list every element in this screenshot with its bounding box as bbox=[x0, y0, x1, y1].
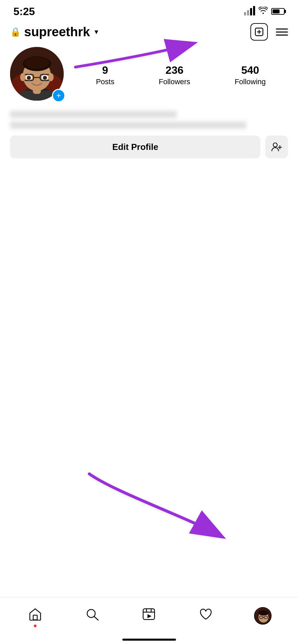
bio-line-2 bbox=[10, 121, 246, 129]
avatar-wrapper: + bbox=[10, 47, 67, 104]
battery-icon bbox=[271, 8, 285, 15]
svg-point-37 bbox=[258, 610, 269, 615]
new-post-button[interactable] bbox=[250, 23, 268, 41]
annotation-arrow-bottom bbox=[57, 463, 231, 543]
posts-stat[interactable]: 9 Posts bbox=[96, 65, 114, 86]
header-left: 🔒 supreethrk ▾ bbox=[10, 25, 98, 39]
chevron-down-icon[interactable]: ▾ bbox=[95, 28, 98, 36]
bottom-nav bbox=[0, 597, 298, 644]
followers-stat[interactable]: 236 Followers bbox=[159, 65, 190, 86]
menu-button[interactable] bbox=[276, 29, 288, 36]
search-icon bbox=[85, 608, 99, 624]
home-notification-dot bbox=[34, 625, 37, 627]
svg-point-19 bbox=[27, 76, 31, 80]
home-icon bbox=[28, 608, 42, 624]
followers-count: 236 bbox=[166, 65, 183, 75]
bio-line-1 bbox=[10, 111, 177, 118]
status-icons bbox=[244, 7, 285, 16]
nav-activity[interactable] bbox=[192, 606, 219, 626]
menu-line bbox=[276, 35, 288, 36]
action-buttons: Edit Profile bbox=[10, 136, 288, 158]
stats-container: 9 Posts 236 Followers 540 Following bbox=[67, 65, 288, 86]
signal-icon bbox=[244, 7, 255, 15]
posts-count: 9 bbox=[102, 65, 108, 75]
posts-label: Posts bbox=[96, 77, 114, 86]
svg-rect-29 bbox=[143, 609, 155, 620]
menu-line bbox=[276, 29, 288, 30]
svg-point-20 bbox=[43, 76, 47, 80]
status-time: 5:25 bbox=[13, 5, 35, 18]
profile-top: + 9 Posts 236 Followers 540 Following bbox=[10, 47, 288, 104]
add-story-button[interactable]: + bbox=[52, 89, 65, 102]
svg-point-11 bbox=[24, 57, 50, 69]
reels-icon bbox=[142, 608, 156, 624]
following-stat[interactable]: 540 Following bbox=[235, 65, 266, 86]
following-label: Following bbox=[235, 77, 266, 86]
svg-marker-33 bbox=[147, 614, 152, 618]
nav-reels[interactable] bbox=[135, 606, 162, 626]
add-friend-button[interactable] bbox=[265, 136, 288, 158]
edit-profile-button[interactable]: Edit Profile bbox=[10, 136, 260, 158]
svg-rect-26 bbox=[33, 615, 37, 620]
heart-icon bbox=[199, 608, 213, 624]
header-right bbox=[250, 23, 288, 41]
header: 🔒 supreethrk ▾ bbox=[0, 20, 298, 44]
svg-line-28 bbox=[94, 616, 98, 620]
following-count: 540 bbox=[241, 65, 259, 75]
svg-point-21 bbox=[20, 73, 25, 81]
lock-icon: 🔒 bbox=[10, 27, 21, 37]
status-bar: 5:25 bbox=[0, 0, 298, 20]
nav-home[interactable] bbox=[22, 606, 49, 626]
nav-search[interactable] bbox=[79, 606, 106, 626]
nav-profile-avatar bbox=[254, 607, 272, 625]
menu-line bbox=[276, 32, 288, 33]
username: supreethrk bbox=[24, 25, 90, 39]
profile-section: + 9 Posts 236 Followers 540 Following Ed… bbox=[0, 44, 298, 165]
home-indicator bbox=[122, 639, 176, 641]
svg-point-22 bbox=[48, 73, 54, 81]
nav-profile[interactable] bbox=[249, 606, 276, 626]
followers-label: Followers bbox=[159, 77, 190, 86]
wifi-icon bbox=[258, 7, 268, 16]
bio-section bbox=[10, 111, 288, 129]
